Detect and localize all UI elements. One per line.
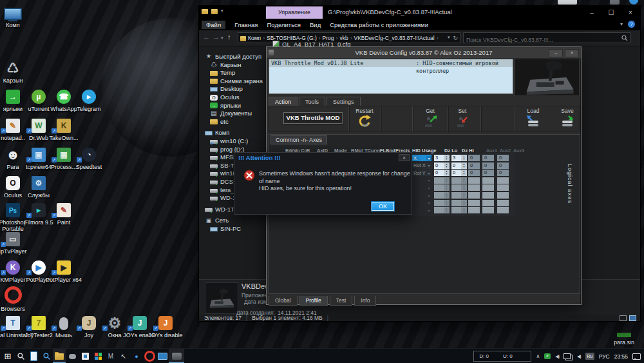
- hid-usage-dropdown[interactable]: Rot Y▾: [412, 170, 431, 176]
- ribbon-collapse-icon[interactable]: ▾: [620, 21, 623, 27]
- taskbar-search-icon[interactable]: [14, 349, 27, 363]
- back-button[interactable]: ←: [203, 33, 210, 41]
- network-icon[interactable]: [564, 353, 571, 359]
- sidebar-item-desktop[interactable]: Desktop: [210, 85, 243, 92]
- help-icon[interactable]: ?: [628, 21, 635, 28]
- tab-test[interactable]: Test: [330, 296, 353, 306]
- aux2-field[interactable]: 0: [482, 155, 494, 161]
- taskbar-opera-icon[interactable]: [143, 349, 156, 363]
- tab-global[interactable]: Global: [269, 296, 298, 306]
- taskbar-vkb-task-icon[interactable]: [169, 349, 184, 363]
- dz-hi-spinner[interactable]: 3▴▾: [451, 155, 467, 161]
- device-list[interactable]: VKB Throttle Mod v01.38 Lite : HID-совме…: [269, 59, 513, 94]
- sidebar-item-temp[interactable]: Temp: [210, 69, 235, 76]
- aux2-field[interactable]: 0: [482, 170, 494, 176]
- tab-info[interactable]: Info: [354, 296, 376, 306]
- breadcrumb-item[interactable]: SB-TOSHIBA-G (G:): [267, 35, 317, 41]
- tab-common-axes[interactable]: Common -n- Axes: [270, 135, 327, 144]
- sidebar-item-документы[interactable]: Документы: [210, 110, 252, 117]
- clock[interactable]: 23:55: [614, 353, 628, 360]
- taskbar-everything-icon[interactable]: [40, 349, 53, 363]
- sidebar-item-prog-d-[interactable]: prog (D:): [210, 146, 244, 153]
- desktop-icon[interactable]: ◔↗Speedtest: [68, 146, 110, 170]
- dz-hi-spinner[interactable]: 0▴▾: [451, 170, 467, 176]
- antivirus-icon[interactable]: ✔: [544, 353, 551, 359]
- get-button[interactable]: Get: [415, 106, 445, 132]
- spinner-arrows-icon[interactable]: ▴▾: [444, 170, 450, 176]
- menu-item-2[interactable]: Главная: [234, 21, 258, 28]
- chevron-down-icon[interactable]: ▾: [221, 35, 223, 41]
- sidebar-item-ярлыки[interactable]: ярлыки: [210, 102, 241, 109]
- desktop-icon[interactable]: ▭↗IpTvPlayer: [0, 230, 34, 255]
- notification-center-icon[interactable]: [632, 353, 641, 360]
- sidebar-item-комп[interactable]: Комп: [205, 129, 230, 136]
- restart-button[interactable]: Restart: [350, 106, 379, 132]
- quick-access-toolbar[interactable]: ▾: [202, 8, 223, 14]
- desktop-icon[interactable]: ▶↗PotPlayer x64: [43, 259, 85, 283]
- taskbar-camera-icon[interactable]: M: [104, 349, 117, 363]
- taskbar-store-icon[interactable]: [79, 349, 91, 363]
- desktop-icon[interactable]: ♺Карзын: [0, 59, 34, 84]
- list-view-icon[interactable]: [620, 315, 627, 321]
- sidebar-item-etc[interactable]: etc: [210, 118, 229, 125]
- menu-item-5[interactable]: Средства работы с приложениями: [330, 21, 428, 28]
- save-button[interactable]: Save: [553, 106, 582, 132]
- spinner-arrows-icon[interactable]: ▴▾: [461, 170, 467, 176]
- dz-lo-spinner[interactable]: 0▴▾: [434, 170, 450, 176]
- breadcrumb-item[interactable]: VKBDevCfg-C_v0.83.87-!!!Actual: [354, 35, 435, 41]
- search-box[interactable]: [463, 32, 630, 43]
- aux3-field[interactable]: 0: [497, 162, 509, 169]
- spinner-arrows-icon[interactable]: ▴▾: [461, 162, 467, 169]
- chevron-down-icon[interactable]: ▾: [221, 8, 223, 14]
- aux1-field[interactable]: 0: [468, 155, 480, 161]
- desktop-icon[interactable]: ⚙Службы: [17, 174, 60, 199]
- spinner-arrows-icon[interactable]: ▴▾: [444, 155, 450, 161]
- dz-lo-spinner[interactable]: 3▴▾: [434, 155, 450, 161]
- maximize-button[interactable]: ☐: [601, 6, 621, 19]
- close-button[interactable]: ×: [565, 49, 579, 57]
- desktop-icon[interactable]: K↗TakeOwn...: [43, 117, 85, 141]
- set-button[interactable]: Set: [448, 106, 477, 132]
- folder-icon[interactable]: [202, 9, 208, 14]
- address-dropdown-icon[interactable]: ▾: [448, 35, 450, 41]
- tray-expand-icon[interactable]: ∧: [536, 353, 540, 359]
- menu-item-4[interactable]: Вид: [310, 21, 321, 28]
- sidebar-item-снимки-экрана[interactable]: Снимки экрана: [210, 77, 263, 84]
- desktop-icon[interactable]: para.sin: [603, 321, 644, 346]
- taskbar-mouse-icon[interactable]: [66, 349, 79, 363]
- desktop-icon[interactable]: Комп: [0, 4, 34, 28]
- lang-indicator-badge[interactable]: Ru: [585, 353, 594, 360]
- sidebar-item-wd-1tb[interactable]: WD-1Tb: [205, 206, 238, 213]
- refresh-icon[interactable]: ↻: [453, 35, 458, 41]
- hid-usage-dropdown[interactable]: Rot X▾: [412, 162, 431, 169]
- desktop-icon[interactable]: ✎↗Paint: [43, 201, 85, 226]
- load-button[interactable]: Load: [518, 106, 548, 132]
- menu-item-1[interactable]: Файл: [202, 21, 225, 29]
- tab-settings[interactable]: Settings: [327, 97, 361, 106]
- minimize-button[interactable]: –: [582, 6, 601, 19]
- taskbar-start-icon[interactable]: ⊞: [1, 349, 14, 363]
- taskbar-explorer-icon[interactable]: [53, 349, 66, 363]
- dz-hi-spinner[interactable]: 0▴▾: [451, 162, 467, 169]
- aux1-field[interactable]: 0: [468, 170, 480, 176]
- dz-lo-spinner[interactable]: 0▴▾: [434, 162, 450, 169]
- device-list-row[interactable]: VKB Throttle Mod v01.38 Lite : HID-совме…: [269, 59, 513, 67]
- speaker-icon[interactable]: ◀): [577, 354, 581, 359]
- aux2-field[interactable]: 0: [482, 162, 494, 169]
- forward-button[interactable]: →: [213, 33, 220, 41]
- taskbar-display-icon[interactable]: [156, 349, 169, 363]
- sidebar-item-win10-c-[interactable]: win10 (C:): [210, 137, 248, 144]
- close-icon[interactable]: ×: [399, 154, 410, 161]
- aux3-field[interactable]: 0: [497, 170, 509, 176]
- tab-profile[interactable]: Profile: [299, 296, 328, 306]
- desktop-icon[interactable]: J↗JOYs disable: [144, 314, 187, 338]
- sidebar-item-sin-pc[interactable]: SIN-PC: [210, 225, 241, 232]
- network-monitor[interactable]: D: 0 U: 0: [473, 351, 531, 362]
- aux1-field[interactable]: 0: [468, 162, 480, 169]
- volume-mixer-icon[interactable]: ◀): [555, 354, 559, 359]
- spinner-arrows-icon[interactable]: ▴▾: [461, 155, 467, 161]
- hid-usage-dropdown[interactable]: X▾: [412, 155, 431, 161]
- desktop-icon[interactable]: ▸Telegram: [68, 88, 110, 112]
- desktop-icon[interactable]: Browsers: [0, 288, 34, 312]
- folder-icon[interactable]: [211, 9, 218, 14]
